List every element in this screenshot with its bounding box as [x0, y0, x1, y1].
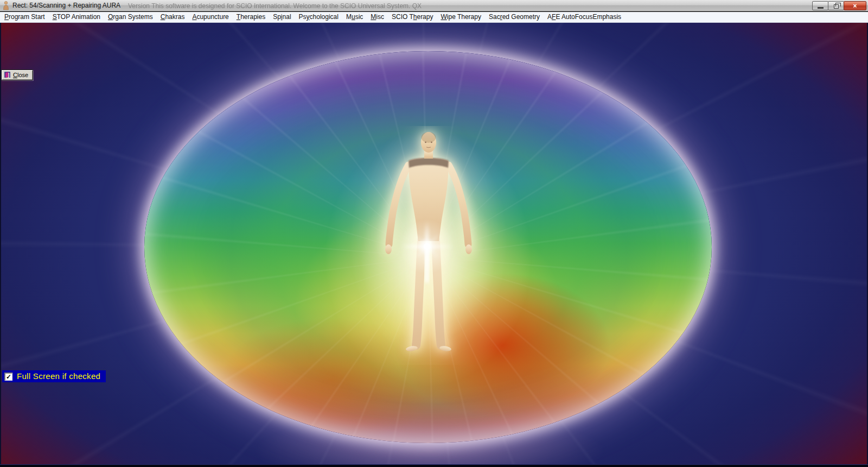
app-window: Rect: 54/Scanning + Repairing AURA Versi…	[0, 0, 868, 467]
app-person-icon	[2, 1, 10, 10]
restore-button[interactable]	[828, 1, 844, 10]
menu-item-scio-therapy[interactable]: SCIO Therapy	[388, 12, 437, 22]
window-bottom-border	[0, 464, 868, 467]
menu-item-spinal[interactable]: Spinal	[269, 12, 295, 22]
menu-item-sacred-geometry[interactable]: Sacred Geometry	[485, 12, 544, 22]
menu-item-psychological[interactable]: Psychological	[295, 12, 342, 22]
menu-item-stop-animation[interactable]: STOP Animation	[49, 12, 104, 22]
close-icon: ×	[853, 2, 857, 10]
menu-item-afe-autofocusemphasis[interactable]: AFE AutoFocusEmphasis	[544, 12, 625, 22]
minimize-button[interactable]	[812, 1, 828, 10]
window-controls: ×	[813, 1, 866, 10]
menu-item-music[interactable]: Music	[342, 12, 367, 22]
fullscreen-checkbox[interactable]: ✓ Full Screen if checked	[2, 370, 106, 382]
menu-item-therapies[interactable]: Therapies	[233, 12, 269, 22]
menu-item-organ-systems[interactable]: Organ Systems	[104, 12, 157, 22]
fullscreen-checkbox-label: Full Screen if checked	[17, 371, 100, 381]
titlebar: Rect: 54/Scanning + Repairing AURA Versi…	[0, 0, 868, 11]
menu-item-acupuncture[interactable]: Acupuncture	[188, 12, 232, 22]
menu-item-chakras[interactable]: Chakras	[157, 12, 189, 22]
restore-icon	[834, 4, 839, 9]
menu-item-wipe-therapy[interactable]: Wipe Therapy	[437, 12, 484, 22]
viewer-close-button[interactable]: Close	[1, 70, 33, 80]
exit-door-icon	[4, 71, 11, 78]
checkmark-icon: ✓	[6, 374, 11, 380]
human-figure	[347, 126, 510, 365]
minimize-icon	[818, 7, 824, 9]
aura-scene-canvas: Close ✓ Full Screen if checked	[0, 23, 868, 464]
checkbox-box[interactable]: ✓	[4, 373, 12, 381]
viewer-close-label: Close	[13, 72, 28, 78]
window-close-button[interactable]: ×	[844, 1, 866, 10]
menubar: Program Start STOP Animation Organ Syste…	[0, 12, 868, 23]
titlebar-marquee-text: Version This software is designed for SC…	[128, 2, 605, 10]
window-title: Rect: 54/Scanning + Repairing AURA	[12, 2, 120, 9]
menu-item-misc[interactable]: Misc	[367, 12, 388, 22]
menu-item-program-start[interactable]: Program Start	[1, 12, 49, 22]
